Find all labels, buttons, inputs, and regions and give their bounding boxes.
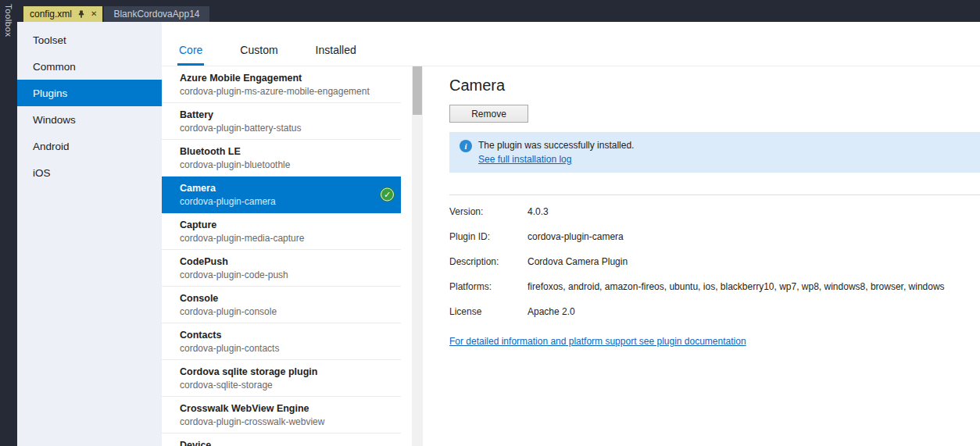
plugin-name: Capture: [180, 219, 379, 231]
field-value: Apache 2.0: [528, 306, 575, 318]
field-row-version: Version: 4.0.3: [449, 206, 980, 218]
plugin-list-item[interactable]: Capture cordova-plugin-media-capture: [162, 213, 401, 250]
separator: [449, 194, 980, 195]
tab-core[interactable]: Core: [177, 44, 204, 66]
doc-tab-label: config.xml: [30, 9, 72, 20]
pin-icon[interactable]: [77, 10, 85, 18]
doc-tab-project[interactable]: BlankCordovaApp14: [104, 6, 209, 22]
document-tab-strip: config.xml ✕ BlankCordovaApp14: [23, 6, 209, 22]
field-value: cordova-plugin-camera: [528, 231, 624, 243]
plugin-list: Azure Mobile Engagement cordova-plugin-m…: [162, 66, 401, 446]
plugin-name: Cordova sqlite storage plugin: [180, 366, 379, 378]
plugin-id: cordova-plugin-media-capture: [180, 232, 379, 244]
plugin-list-item[interactable]: Crosswalk WebView Engine cordova-plugin-…: [162, 397, 401, 434]
plugin-name: Crosswalk WebView Engine: [180, 402, 379, 415]
info-icon: i: [460, 140, 472, 152]
sidebar-item-ios[interactable]: iOS: [17, 159, 162, 186]
page-title: Camera: [449, 77, 980, 95]
plugin-name: Battery: [180, 109, 379, 121]
field-value: 4.0.3: [528, 206, 549, 218]
remove-button[interactable]: Remove: [449, 105, 528, 123]
sidebar-item-toolset[interactable]: Toolset: [17, 27, 162, 53]
plugin-source-tabs: Core Custom Installed: [162, 22, 980, 66]
left-tool-strip: Toolbox: [0, 0, 17, 446]
plugin-id: cordova-plugin-bluetoothle: [180, 159, 379, 171]
field-label: Description:: [449, 256, 528, 268]
plugin-name: Device: [180, 439, 379, 446]
plugin-detail-panel: Camera Remove i The plugin was successfu…: [423, 66, 980, 446]
sidebar-item-plugins[interactable]: Plugins: [17, 80, 162, 106]
plugin-list-item[interactable]: Console cordova-plugin-console: [162, 287, 401, 323]
toolbox-tab[interactable]: Toolbox: [4, 0, 13, 37]
banner-body: The plugin was successfully installed. S…: [478, 139, 634, 166]
plugin-id: cordova-plugin-crosswalk-webview: [180, 416, 379, 428]
plugin-list-item[interactable]: Contacts cordova-plugin-contacts: [162, 323, 401, 360]
doc-tab-config-xml[interactable]: config.xml ✕: [23, 6, 102, 22]
plugin-name: Console: [180, 292, 379, 305]
plugin-name: Azure Mobile Engagement: [180, 72, 379, 84]
tab-custom[interactable]: Custom: [238, 44, 279, 66]
field-label: Version:: [449, 206, 528, 218]
field-label: Plugin ID:: [449, 231, 528, 243]
plugin-list-item[interactable]: Bluetooth LE cordova-plugin-bluetoothle: [162, 140, 401, 177]
plugin-list-item[interactable]: CodePush cordova-plugin-code-push: [162, 250, 401, 287]
field-row-platforms: Platforms: firefoxos, android, amazon-fi…: [449, 281, 980, 293]
plugins-content: Azure Mobile Engagement cordova-plugin-m…: [162, 66, 980, 446]
install-success-message: The plugin was successfully installed.: [478, 139, 634, 152]
plugin-name: CodePush: [180, 255, 379, 268]
install-success-banner: i The plugin was successfully installed.…: [449, 132, 980, 173]
tab-installed[interactable]: Installed: [314, 44, 358, 66]
titlebar: config.xml ✕ BlankCordovaApp14: [0, 0, 980, 22]
field-value: Cordova Camera Plugin: [528, 256, 628, 268]
plugin-id: cordova-plugin-contacts: [180, 342, 379, 355]
plugin-metadata: Version: 4.0.3 Plugin ID: cordova-plugin…: [449, 206, 980, 318]
sidebar-item-windows[interactable]: Windows: [17, 106, 162, 133]
plugin-list-scrollbar[interactable]: [412, 66, 423, 446]
field-label: Platforms:: [449, 281, 528, 293]
sidebar-item-common[interactable]: Common: [17, 53, 162, 80]
plugin-id: cordova-plugin-code-push: [180, 269, 379, 281]
plugin-id: cordova-sqlite-storage: [180, 379, 379, 391]
sidebar-item-android[interactable]: Android: [17, 133, 162, 159]
sidebar: Toolset Common Plugins Windows Android i…: [17, 22, 162, 446]
plugin-doc-link[interactable]: For detailed information and platform su…: [449, 336, 746, 347]
plugin-id: cordova-plugin-battery-status: [180, 122, 379, 134]
plugin-list-item[interactable]: Device: [162, 434, 401, 446]
close-icon[interactable]: ✕: [91, 10, 97, 18]
plugin-name: Contacts: [180, 329, 379, 341]
field-row-plugin-id: Plugin ID: cordova-plugin-camera: [449, 231, 980, 243]
installation-log-link[interactable]: See full installation log: [478, 154, 571, 165]
plugin-id: cordova-plugin-console: [180, 305, 379, 318]
doc-tab-label: BlankCordovaApp14: [113, 9, 199, 20]
field-row-license: License Apache 2.0: [449, 306, 980, 318]
plugin-list-item-camera[interactable]: Camera cordova-plugin-camera ✓: [162, 177, 401, 213]
app-window: config.xml ✕ BlankCordovaApp14 Toolbox T…: [0, 0, 980, 446]
plugin-id: cordova-plugin-ms-azure-mobile-engagemen…: [180, 85, 379, 98]
plugin-list-item[interactable]: Cordova sqlite storage plugin cordova-sq…: [162, 360, 401, 397]
scrollbar-thumb[interactable]: [413, 66, 422, 115]
plugin-list-item[interactable]: Battery cordova-plugin-battery-status: [162, 103, 401, 140]
installed-check-icon: ✓: [381, 188, 394, 202]
main-panel: Core Custom Installed Azure Mobile Engag…: [162, 22, 980, 446]
plugin-name: Camera: [180, 182, 379, 194]
field-row-description: Description: Cordova Camera Plugin: [449, 256, 980, 268]
plugin-list-item[interactable]: Azure Mobile Engagement cordova-plugin-m…: [162, 66, 401, 103]
plugin-id: cordova-plugin-camera: [180, 195, 379, 208]
field-label: License: [449, 306, 528, 318]
plugin-name: Bluetooth LE: [180, 145, 379, 158]
field-value: firefoxos, android, amazon-fireos, ubunt…: [528, 281, 945, 293]
